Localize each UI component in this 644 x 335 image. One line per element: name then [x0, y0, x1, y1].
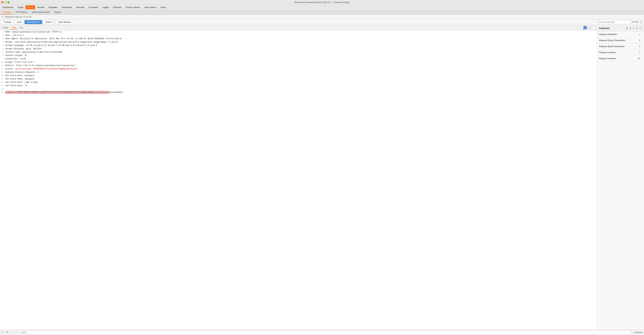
- table-row: 4Accept: text/html,application/xhtml+xml…: [0, 40, 597, 44]
- menu-item-user-options[interactable]: User options: [142, 5, 158, 9]
- intercept-toggle-button[interactable]: Intercept is on: [24, 20, 42, 24]
- match-count: 1 matches: [634, 331, 643, 334]
- forward-nav-button[interactable]: ›: [14, 331, 18, 334]
- menu-item-intruder[interactable]: Intruder: [35, 5, 46, 9]
- menubar: DashboardTargetProxyIntruderRepeaterSequ…: [0, 5, 644, 10]
- settings-bottom-icon[interactable]: ⚙: [6, 331, 9, 334]
- open-browser-button[interactable]: Open Browser: [56, 20, 74, 24]
- inspector-section-request-attributes[interactable]: Request Attributes2›: [597, 31, 644, 38]
- chevron-down-icon: ›: [642, 40, 642, 41]
- table-row: 3User-Agent: Mozilla/5.0 (Macintosh; Int…: [0, 37, 597, 40]
- list-view-button[interactable]: ☰: [628, 26, 632, 30]
- inspector-title: Inspector: [599, 27, 625, 30]
- grid-view-button[interactable]: ⊞: [625, 26, 628, 30]
- comment-input[interactable]: [596, 20, 630, 24]
- tab-intercept[interactable]: Intercept: [1, 10, 13, 14]
- help-bottom-icon[interactable]: ?: [1, 331, 4, 334]
- tab-http-history[interactable]: HTTP history: [13, 10, 30, 14]
- main-area: Pretty Raw Hex ≡ ⊞ ⋮ 1POST /dvwa/vulnera…: [0, 25, 644, 330]
- inspector-section-request-headers[interactable]: Request Headers16›: [597, 56, 644, 62]
- editor-header: Pretty Raw Hex ≡ ⊞ ⋮: [0, 25, 597, 30]
- menu-item-target[interactable]: Target: [16, 5, 26, 9]
- menu-item-logger[interactable]: Logger: [100, 5, 111, 9]
- editor-tools: ≡ ⊞ ⋮: [584, 26, 596, 29]
- pencil-icon: ✏️: [1, 16, 4, 18]
- word-wrap-button[interactable]: ≡: [584, 26, 587, 29]
- inspector-panel: Inspector ⊞ ☰ ⇌ ⚙ ✕ Request Attributes2›…: [597, 25, 644, 330]
- help-icon[interactable]: ?: [640, 21, 643, 24]
- inspector-section-request-query-parameters[interactable]: Request Query Parameters0›: [597, 38, 644, 44]
- inspector-section-request-cookies[interactable]: Request Cookies2›: [597, 50, 644, 56]
- inspector-toggle-button[interactable]: ⊞: [588, 26, 591, 29]
- menu-item-extender[interactable]: Extender: [111, 5, 124, 9]
- menu-item-learn[interactable]: Learn: [158, 5, 168, 9]
- menu-item-repeater[interactable]: Repeater: [46, 5, 60, 9]
- inspector-header: Inspector ⊞ ☰ ⇌ ⚙ ✕: [597, 25, 644, 31]
- traffic-lights: [1, 1, 10, 3]
- table-row: 9Connection: close: [0, 57, 597, 60]
- menu-item-comparer[interactable]: Comparer: [86, 5, 100, 9]
- inspector-align-button[interactable]: ⇌: [632, 26, 635, 30]
- chevron-down-icon: ›: [642, 52, 642, 53]
- chevron-down-icon: ›: [642, 33, 642, 35]
- table-row: 7Content-Type: application/x-www-form-ur…: [0, 50, 597, 54]
- table-row: 1POST /dvwa/vulnerabilities/javascript/ …: [0, 30, 597, 34]
- http-version-label: HTTP/1: [632, 21, 639, 23]
- table-row: 2Host: 127.0.0.1: [0, 34, 597, 37]
- intercept-toolbar: Forward Drop Intercept is on Action ▾ Op…: [0, 19, 644, 25]
- inspector-section-request-body-parameters[interactable]: Request Body Parameters3›: [597, 44, 644, 50]
- table-row: 8Content-Length: 97: [0, 54, 597, 57]
- tab-hex[interactable]: Hex: [18, 26, 25, 29]
- request-label: Request to http://127.0.0.1:80: [5, 16, 31, 18]
- menu-item-decoder[interactable]: Decoder: [74, 5, 86, 9]
- inspector-settings-button[interactable]: ⚙: [635, 26, 639, 30]
- menu-item-dashboard[interactable]: Dashboard: [1, 5, 16, 9]
- table-row: 5Accept-Language: zh-CN,zh;q=0.8,zh-TW;q…: [0, 44, 597, 47]
- table-row: 18: [0, 87, 597, 91]
- proxy-tabbar: InterceptHTTP historyWebSockets historyO…: [0, 10, 644, 15]
- menu-item-sequencer[interactable]: Sequencer: [60, 5, 74, 9]
- window-title: Burp Suite Community Edition v2022.8.1 –…: [295, 1, 350, 4]
- tab-pretty[interactable]: Pretty: [1, 26, 10, 29]
- left-panel: Pretty Raw Hex ≡ ⊞ ⋮ 1POST /dvwa/vulnera…: [0, 25, 597, 330]
- table-row: 10Origin: http://127.0.0.1: [0, 60, 597, 64]
- table-row: 12Cookie: security=high; PHPSESSID=frcoi…: [0, 67, 597, 70]
- fullscreen-button[interactable]: [8, 1, 10, 3]
- table-row: 16Sec-Fetch-Site: same-origin: [0, 81, 597, 84]
- more-options-button[interactable]: ⋮: [592, 26, 596, 29]
- table-row: 11Referer: http://127.0.0.1/dvwa/vulnera…: [0, 64, 597, 67]
- forward-button[interactable]: Forward: [1, 20, 14, 24]
- titlebar: Burp Suite Community Edition v2022.8.1 –…: [0, 0, 644, 5]
- chevron-down-icon: ›: [642, 58, 642, 59]
- back-button[interactable]: ‹: [10, 331, 13, 334]
- search-input[interactable]: [19, 331, 631, 334]
- tab-websockets-history[interactable]: WebSockets history: [30, 10, 52, 14]
- inspector-sections: Request Attributes2›Request Query Parame…: [597, 31, 644, 62]
- table-row: 15Sec-Fetch-Mode: navigate: [0, 77, 597, 81]
- inspector-close-button[interactable]: ✕: [639, 26, 642, 30]
- minimize-button[interactable]: [4, 1, 6, 3]
- close-button[interactable]: [1, 1, 3, 3]
- table-row: 19token=ec7ef8687050b6fe803867ea696734c6…: [0, 91, 597, 94]
- action-button[interactable]: Action ▾: [43, 20, 55, 24]
- table-row: 17Sec-Fetch-User: ?1: [0, 84, 597, 87]
- chevron-down-icon: ›: [642, 46, 642, 47]
- bottom-bar: ? ⚙ ‹ › 1 matches: [0, 330, 644, 335]
- table-row: 6Accept-Encoding: gzip, deflate: [0, 47, 597, 50]
- request-toolbar: ✏️ Request to http://127.0.0.1:80: [0, 15, 644, 19]
- menu-item-proxy[interactable]: Proxy: [26, 5, 35, 9]
- tab-raw[interactable]: Raw: [10, 26, 18, 30]
- tab-options[interactable]: Options: [52, 10, 64, 14]
- menu-item-project-options[interactable]: Project options: [124, 5, 142, 9]
- drop-button[interactable]: Drop: [14, 20, 24, 24]
- table-row: 13Upgrade-Insecure-Requests: 1: [0, 70, 597, 74]
- code-area[interactable]: 1POST /dvwa/vulnerabilities/javascript/ …: [0, 30, 597, 330]
- table-row: 14Sec-Fetch-Dest: document: [0, 74, 597, 77]
